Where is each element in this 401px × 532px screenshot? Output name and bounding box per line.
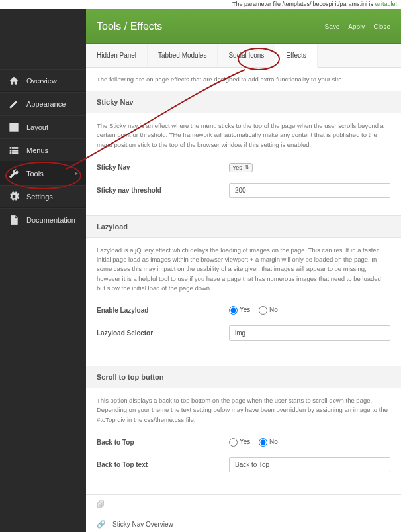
sidebar-item-overview[interactable]: Overview: [0, 69, 86, 92]
save-button[interactable]: Save: [324, 23, 339, 30]
intro-text: The following are on page effects that a…: [86, 68, 401, 91]
tab-social-icons[interactable]: Social Icons: [218, 44, 275, 67]
sidebar-spacer: [0, 9, 86, 69]
section-lazyload-desc: Lazyload is a jQuery effect which delays…: [86, 238, 401, 301]
page-title: Tools / Effects: [97, 21, 318, 32]
backtotop-radio-group: Yes No: [229, 438, 390, 447]
field-stickynav-threshold: Sticky nav threshold: [86, 178, 401, 203]
layout-icon: [8, 121, 20, 133]
field-label: Sticky Nav: [97, 164, 229, 171]
field-lazyload-selector: Lazyload Selector: [86, 320, 401, 346]
document-stack-icon: 🗐: [97, 500, 105, 509]
section-scrolltop-title: Scroll to top button: [86, 366, 401, 388]
radio-no-input[interactable]: [259, 306, 267, 315]
radio-no[interactable]: No: [259, 438, 278, 445]
sidebar-item-settings[interactable]: Settings: [0, 185, 86, 208]
svg-rect-3: [10, 147, 11, 148]
home-icon: [8, 75, 20, 87]
backtotop-text-input[interactable]: [229, 457, 390, 472]
section-scrolltop-desc: This option displays a back to top botto…: [86, 388, 401, 433]
footer-section: 🗐 🔗 Sticky Nav Overview: [86, 494, 401, 532]
apply-button[interactable]: Apply: [348, 23, 365, 30]
radio-no[interactable]: No: [259, 306, 278, 313]
field-backtotop-text: Back to Top text: [86, 452, 401, 478]
sidebar-item-label: Menus: [26, 146, 48, 154]
list-icon: [8, 144, 20, 156]
field-backtotop-enable: Back to Top Yes No: [86, 433, 401, 452]
svg-rect-4: [12, 147, 18, 148]
main-panel: Tools / Effects Save Apply Close Hidden …: [86, 9, 401, 532]
select-value: Yes: [232, 164, 242, 171]
svg-rect-8: [12, 152, 18, 154]
sidebar: Overview Appearance Layout Menus Tools ▸…: [0, 9, 86, 532]
section-lazyload-title: Lazyload: [86, 215, 401, 238]
lazyload-selector-input[interactable]: [229, 325, 390, 341]
sidebar-item-label: Overview: [26, 77, 57, 85]
sidebar-item-label: Settings: [26, 193, 53, 201]
brush-icon: [8, 98, 20, 110]
status-text: The parameter file /templates/jbecospiri…: [232, 1, 375, 7]
wrench-icon: [8, 168, 20, 180]
radio-no-input[interactable]: [259, 438, 267, 447]
content-area: The following are on page effects that a…: [86, 68, 401, 532]
sidebar-item-label: Appearance: [26, 100, 66, 108]
doc-link-label: Sticky Nav Overview: [112, 521, 173, 528]
document-icon: [8, 214, 20, 226]
doc-row-icon: 🗐: [86, 495, 401, 515]
field-label: Sticky nav threshold: [97, 187, 229, 194]
sidebar-item-documentation[interactable]: Documentation: [0, 208, 86, 231]
sidebar-item-label: Layout: [26, 123, 48, 131]
radio-yes-input[interactable]: [229, 306, 238, 315]
field-lazyload-enable: Enable Lazyload Yes No: [86, 301, 401, 320]
sidebar-item-label: Documentation: [26, 216, 75, 224]
section-stickynav-title: Sticky Nav: [86, 91, 401, 113]
svg-rect-5: [10, 150, 11, 151]
tab-hidden-panel[interactable]: Hidden Panel: [86, 44, 148, 67]
page-header: Tools / Effects Save Apply Close: [86, 9, 401, 44]
lazyload-radio-group: Yes No: [229, 306, 390, 315]
svg-rect-6: [12, 150, 18, 151]
status-writable: writable!: [375, 1, 397, 7]
radio-yes[interactable]: Yes: [229, 438, 250, 445]
sidebar-item-menus[interactable]: Menus: [0, 138, 86, 162]
radio-yes[interactable]: Yes: [229, 306, 250, 313]
tab-bar: Hidden Panel Tabbed Modules Social Icons…: [86, 44, 401, 68]
field-label: Lazyload Selector: [97, 329, 229, 337]
tab-effects[interactable]: Effects: [275, 44, 317, 68]
stickynav-select[interactable]: Yes ⇅: [229, 163, 253, 172]
sidebar-item-tools[interactable]: Tools ▸: [0, 162, 86, 185]
close-button[interactable]: Close: [373, 23, 390, 30]
field-label: Enable Lazyload: [97, 307, 229, 314]
header-actions: Save Apply Close: [318, 23, 390, 30]
sidebar-item-layout[interactable]: Layout: [0, 115, 86, 138]
gear-icon: [8, 191, 20, 203]
radio-yes-input[interactable]: [229, 438, 238, 447]
link-icon: 🔗: [97, 520, 106, 529]
doc-link-row[interactable]: 🔗 Sticky Nav Overview: [86, 515, 401, 532]
section-stickynav-desc: The Sticky nav is an effect where the me…: [86, 113, 401, 158]
svg-rect-0: [10, 123, 18, 131]
field-label: Back to Top: [97, 439, 229, 446]
svg-rect-7: [10, 152, 11, 154]
field-label: Back to Top text: [97, 461, 229, 468]
field-stickynav-enable: Sticky Nav Yes ⇅: [86, 158, 401, 178]
tab-tabbed-modules[interactable]: Tabbed Modules: [148, 44, 218, 67]
select-arrows-icon: ⇅: [245, 165, 249, 170]
status-bar: The parameter file /templates/jbecospiri…: [0, 0, 401, 9]
sidebar-item-label: Tools: [26, 170, 44, 178]
sidebar-item-appearance[interactable]: Appearance: [0, 92, 86, 115]
chevron-right-icon: ▸: [75, 170, 78, 176]
stickynav-threshold-input[interactable]: [229, 183, 390, 198]
